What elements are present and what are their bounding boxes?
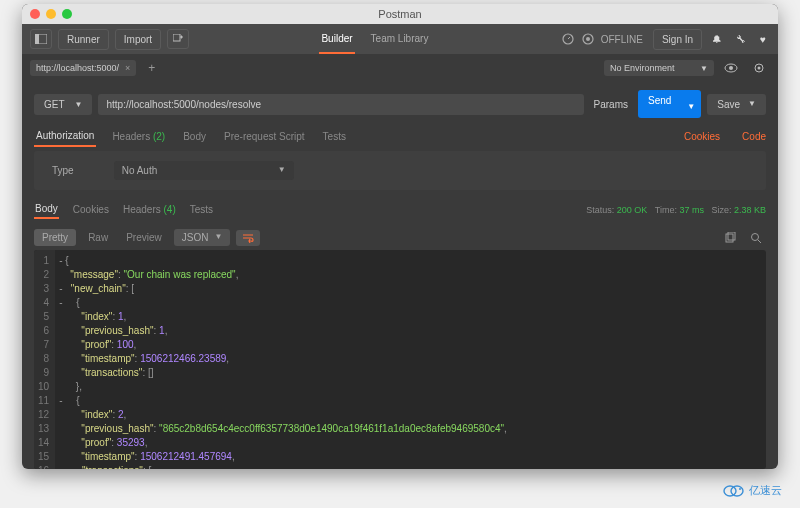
chevron-down-icon: ▼ [748, 99, 756, 110]
svg-rect-12 [726, 234, 733, 242]
tab-prerequest[interactable]: Pre-request Script [222, 127, 307, 146]
auth-type-value: No Auth [122, 165, 158, 176]
new-tab-icon[interactable] [167, 29, 189, 49]
sync-icon[interactable] [561, 32, 575, 46]
chevron-down-icon: ▼ [278, 165, 286, 176]
svg-line-15 [758, 240, 761, 243]
search-icon[interactable] [746, 232, 766, 244]
svg-point-11 [758, 67, 761, 70]
tab-body[interactable]: Body [181, 127, 208, 146]
tab-team-library[interactable]: Team Library [369, 25, 431, 54]
format-selector[interactable]: JSON ▼ [174, 229, 231, 246]
resp-tab-headers[interactable]: Headers (4) [123, 204, 176, 215]
add-tab-button[interactable]: + [142, 61, 161, 75]
heart-icon[interactable]: ♥ [756, 34, 770, 45]
svg-rect-2 [173, 34, 180, 41]
resp-tab-body[interactable]: Body [34, 200, 59, 219]
auth-type-selector[interactable]: No Auth ▼ [114, 161, 294, 180]
format-label: JSON [182, 232, 209, 243]
svg-rect-1 [35, 34, 39, 44]
main-toolbar: Runner Import Builder Team Library OFFLI… [22, 24, 778, 54]
viewer-toolbar: Pretty Raw Preview JSON ▼ [22, 225, 778, 250]
svg-point-9 [729, 66, 733, 70]
response-meta: Status: 200 OK Time: 37 ms Size: 2.38 KB [586, 205, 766, 215]
close-tab-icon[interactable]: × [125, 63, 130, 73]
settings-gear-icon[interactable] [748, 58, 770, 78]
chevron-down-icon: ▼ [700, 64, 708, 73]
chevron-down-icon: ▼ [75, 100, 83, 109]
svg-point-17 [731, 486, 743, 496]
url-input[interactable]: http://localhost:5000/nodes/resolve [98, 94, 583, 115]
tab-authorization[interactable]: Authorization [34, 126, 96, 147]
response-tabs: Body Cookies Headers (4) Tests Status: 2… [22, 194, 778, 225]
view-raw[interactable]: Raw [82, 232, 114, 243]
save-label: Save [717, 99, 740, 110]
cookies-link[interactable]: Cookies [684, 131, 720, 142]
line-gutter: 1234567891011121314151617181920212223 [34, 250, 55, 469]
view-pretty[interactable]: Pretty [34, 229, 76, 246]
svg-point-16 [724, 486, 736, 496]
status-offline: OFFLINE [601, 34, 643, 45]
app-window: Postman Runner Import Builder Team Libra… [22, 4, 778, 469]
traffic-lights [30, 9, 72, 19]
time-value: 37 ms [679, 205, 704, 215]
zoom-icon[interactable] [62, 9, 72, 19]
environment-bar: http://localhost:5000/ × + No Environmen… [22, 54, 778, 82]
titlebar: Postman [22, 4, 778, 24]
copy-icon[interactable] [720, 232, 740, 244]
request-row: GET ▼ http://localhost:5000/nodes/resolv… [22, 82, 778, 126]
save-button[interactable]: Save ▼ [707, 94, 766, 115]
svg-point-18 [739, 488, 741, 490]
code-link[interactable]: Code [742, 131, 766, 142]
request-tab[interactable]: http://localhost:5000/ × [30, 60, 136, 76]
code-content: - { "message": "Our chain was replaced",… [55, 250, 511, 469]
resp-tab-cookies[interactable]: Cookies [73, 204, 109, 215]
auth-type-label: Type [52, 165, 74, 176]
bell-icon[interactable]: 🔔︎ [708, 34, 726, 45]
import-button[interactable]: Import [115, 29, 161, 50]
svg-point-14 [752, 233, 759, 240]
request-tab-label: http://localhost:5000/ [36, 63, 119, 73]
svg-rect-13 [728, 232, 735, 240]
tab-tests[interactable]: Tests [321, 127, 348, 146]
close-icon[interactable] [30, 9, 40, 19]
watermark: 亿速云 [723, 483, 782, 498]
send-dropdown-icon[interactable]: ▼ [681, 90, 701, 118]
minimize-icon[interactable] [46, 9, 56, 19]
view-preview[interactable]: Preview [120, 232, 168, 243]
headers-count: (2) [153, 131, 165, 142]
env-quicklook-icon[interactable] [720, 58, 742, 78]
chevron-down-icon: ▼ [214, 232, 222, 243]
wrench-icon[interactable]: 🔧︎ [732, 34, 750, 45]
auth-panel: Type No Auth ▼ [34, 151, 766, 190]
method-label: GET [44, 99, 65, 110]
svg-point-7 [586, 37, 590, 41]
tab-builder[interactable]: Builder [319, 25, 354, 54]
sidebar-toggle-icon[interactable] [30, 29, 52, 49]
method-selector[interactable]: GET ▼ [34, 94, 92, 115]
send-button[interactable]: Send [638, 90, 681, 118]
signin-button[interactable]: Sign In [653, 29, 702, 50]
window-title: Postman [378, 8, 421, 20]
center-tabs: Builder Team Library [319, 25, 430, 54]
environment-label: No Environment [610, 63, 675, 73]
capture-icon[interactable] [581, 32, 595, 46]
resp-headers-count: (4) [164, 204, 176, 215]
environment-selector[interactable]: No Environment ▼ [604, 60, 714, 76]
wrap-lines-icon[interactable] [236, 230, 260, 246]
params-button[interactable]: Params [590, 99, 632, 110]
runner-button[interactable]: Runner [58, 29, 109, 50]
request-subtabs: Authorization Headers (2) Body Pre-reque… [22, 126, 778, 147]
tab-headers[interactable]: Headers (2) [110, 127, 167, 146]
resp-tab-tests[interactable]: Tests [190, 204, 213, 215]
response-body-viewer[interactable]: 1234567891011121314151617181920212223 - … [34, 250, 766, 469]
size-value: 2.38 KB [734, 205, 766, 215]
status-value: 200 OK [617, 205, 648, 215]
